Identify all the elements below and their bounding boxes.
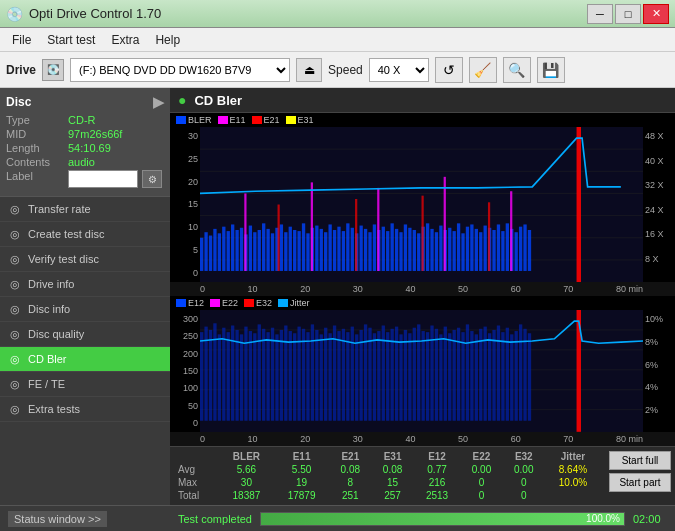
legend-e32-color [244,299,254,307]
svg-rect-146 [422,331,425,421]
disc-contents-value: audio [68,156,95,168]
svg-rect-114 [280,330,283,421]
sidebar-item-label: Transfer rate [28,203,91,215]
speed-select[interactable]: 40 X [369,58,429,82]
svg-rect-67 [470,224,473,271]
svg-rect-169 [523,329,526,421]
max-e11: 19 [274,476,329,489]
stat-col-e12: E12 [414,450,461,463]
sidebar: Disc ▶ Type CD-R MID 97m26s66f Length 54… [0,88,170,505]
bottom-y-axis-right: 10%8%6%4%2% [643,310,675,432]
svg-rect-128 [342,329,345,421]
sidebar-item-transfer-rate[interactable]: ◎ Transfer rate [0,197,170,222]
sidebar-item-drive-info[interactable]: ◎ Drive info [0,272,170,297]
sidebar-item-create-test-disc[interactable]: ◎ Create test disc [0,222,170,247]
menu-extra[interactable]: Extra [103,31,147,49]
sidebar-item-cd-bler[interactable]: ◎ CD Bler [0,347,170,372]
disc-type-value: CD-R [68,114,96,126]
scan-button[interactable]: 🔍 [503,57,531,83]
eject-button[interactable]: ⏏ [296,58,322,82]
svg-rect-26 [289,227,292,271]
legend-bler-label: BLER [188,115,212,125]
disc-info-icon: ◎ [8,302,22,316]
sidebar-item-extra-tests[interactable]: ◎ Extra tests [0,397,170,422]
svg-rect-19 [258,230,261,271]
svg-rect-25 [284,232,287,271]
sidebar-item-label: Verify test disc [28,253,99,265]
erase-button[interactable]: 🧹 [469,57,497,83]
sidebar-item-fe-te[interactable]: ◎ FE / TE [0,372,170,397]
svg-rect-14 [235,230,238,271]
disc-label-label: Label [6,170,64,188]
svg-rect-124 [324,328,327,421]
svg-rect-131 [355,334,358,420]
svg-rect-159 [479,329,482,421]
top-chart-svg-container: 302520151050 [170,127,675,282]
drive-select[interactable]: (F:) BENQ DVD DD DW1620 B7V9 [70,58,290,82]
top-chart-container: BLER E11 E21 E31 302520151050 [170,113,675,282]
menu-help[interactable]: Help [147,31,188,49]
svg-rect-142 [404,330,407,421]
stats-panel: BLER E11 E21 E31 E12 E22 E32 Jitter Avg [170,447,605,505]
legend-bler: BLER [176,115,212,125]
sidebar-item-disc-quality[interactable]: ◎ Disc quality [0,322,170,347]
sidebar-item-disc-info[interactable]: ◎ Disc info [0,297,170,322]
refresh-button[interactable]: ↺ [435,57,463,83]
stat-col-empty [174,450,219,463]
svg-rect-10 [218,233,221,271]
total-bler: 18387 [219,489,274,502]
close-button[interactable]: ✕ [643,4,669,24]
progress-text: 100.0% [586,513,620,525]
avg-e11: 5.50 [274,463,329,476]
sidebar-item-verify-test-disc[interactable]: ◎ Verify test disc [0,247,170,272]
menu-start-test[interactable]: Start test [39,31,103,49]
legend-e31-color [286,116,296,124]
svg-rect-107 [249,331,252,421]
svg-rect-12 [227,231,230,271]
svg-rect-82 [244,193,246,271]
menu-file[interactable]: File [4,31,39,49]
legend-e11-label: E11 [230,115,246,125]
stats-row: BLER E11 E21 E31 E12 E22 E32 Jitter Avg [170,446,675,505]
svg-rect-123 [320,334,323,420]
svg-rect-162 [492,330,495,421]
svg-rect-38 [342,231,345,271]
svg-rect-35 [328,224,331,271]
disc-panel-arrow[interactable]: ▶ [153,94,164,110]
disc-panel-header: Disc ▶ [6,94,164,110]
disc-panel: Disc ▶ Type CD-R MID 97m26s66f Length 54… [0,88,170,197]
svg-rect-51 [399,232,402,271]
save-button[interactable]: 💾 [537,57,565,83]
chart-header-icon: ● [178,92,186,108]
disc-label-input[interactable] [68,170,138,188]
svg-rect-13 [231,224,234,271]
status-window-button[interactable]: Status window >> [8,511,107,527]
x-axis-labels-bottom: 01020304050607080 min [200,432,643,446]
svg-rect-96 [200,332,203,421]
svg-rect-18 [253,232,256,271]
svg-rect-48 [386,231,389,271]
svg-rect-32 [315,226,318,271]
svg-rect-141 [399,334,402,420]
disc-contents-row: Contents audio [6,156,164,168]
start-part-button[interactable]: Start part [609,473,671,492]
minimize-button[interactable]: ─ [587,4,613,24]
disc-type-label: Type [6,114,64,126]
svg-rect-68 [475,229,478,271]
svg-rect-168 [519,325,522,421]
svg-rect-44 [368,232,371,271]
svg-rect-119 [302,329,305,421]
max-e12: 216 [414,476,461,489]
start-full-button[interactable]: Start full [609,451,671,470]
svg-rect-122 [315,330,318,421]
svg-rect-103 [231,326,234,421]
legend-e22: E22 [210,298,238,308]
total-e31: 257 [371,489,413,502]
stat-col-bler: BLER [219,450,274,463]
svg-rect-39 [346,223,349,271]
svg-rect-150 [439,334,442,420]
maximize-button[interactable]: □ [615,4,641,24]
svg-rect-62 [448,228,451,271]
svg-rect-112 [271,328,274,421]
disc-settings-button[interactable]: ⚙ [142,170,162,188]
